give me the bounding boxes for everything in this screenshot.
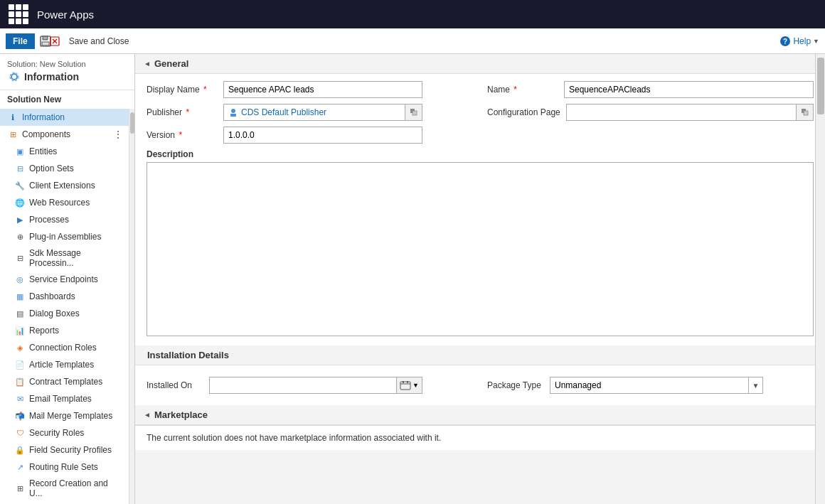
publisher-row: Publisher * CDS Default Publisher — [147, 104, 814, 121]
sdk-icon: ⊟ — [14, 252, 26, 264]
svg-rect-1 — [43, 36, 48, 40]
sidebar-item-dashboards[interactable]: ▦ Dashboards — [0, 288, 129, 305]
publisher-link[interactable]: CDS Default Publisher — [241, 107, 326, 117]
sidebar-scrollbar-thumb — [130, 112, 134, 134]
sidebar-item-entities[interactable]: ▣ Entities — [0, 143, 129, 160]
config-page-label: Configuration Page — [487, 107, 560, 117]
sidebar-item-contract[interactable]: 📋 Contract Templates — [0, 373, 129, 390]
publisher-group: Publisher * CDS Default Publisher — [147, 104, 473, 121]
sidebar-scroll: ℹ Information ⊞ Components ⋮ ▣ Entities … — [0, 109, 134, 504]
general-section-header[interactable]: ◄ General — [135, 54, 825, 74]
sidebar-item-security[interactable]: 🛡 Security Roles — [0, 424, 129, 441]
package-type-group: Package Type Unmanaged ▼ — [487, 377, 814, 394]
sidebar-item-field[interactable]: 🔒 Field Security Profiles — [0, 441, 129, 459]
svg-point-8 — [11, 74, 17, 80]
description-textarea[interactable] — [147, 162, 814, 336]
sidebar-item-mail[interactable]: 📬 Mail Merge Templates — [0, 407, 129, 424]
sidebar-item-routing[interactable]: ↗ Routing Rule Sets — [0, 459, 129, 476]
publisher-lookup-button[interactable] — [405, 104, 422, 121]
sidebar-item-service[interactable]: ◎ Service Endpoints — [0, 271, 129, 288]
sidebar-item-components[interactable]: ⊞ Components ⋮ — [0, 126, 129, 143]
marketplace-collapse-icon: ◄ — [144, 411, 151, 419]
svg-rect-16 — [400, 382, 410, 390]
svg-text:?: ? — [783, 38, 787, 45]
sidebar-item-dialog[interactable]: ▤ Dialog Boxes — [0, 305, 129, 322]
processes-icon: ▶ — [14, 214, 26, 225]
marketplace-section-title: Marketplace — [154, 409, 208, 420]
package-type-value: Unmanaged — [550, 380, 748, 390]
help-chevron-icon: ▼ — [813, 38, 819, 45]
content-scrollbar-thumb — [817, 58, 824, 114]
sidebar-item-sdk[interactable]: ⊟ Sdk Message Processin... — [0, 245, 129, 271]
sidebar-item-processes[interactable]: ▶ Processes — [0, 211, 129, 228]
content-area: ◄ General Display Name * Name — [135, 54, 825, 504]
sidebar-item-connection[interactable]: ◈ Connection Roles — [0, 339, 129, 356]
display-name-input[interactable] — [223, 81, 422, 98]
name-input[interactable] — [564, 81, 814, 98]
name-required: * — [513, 85, 517, 95]
svg-rect-11 — [230, 114, 236, 117]
reports-icon: 📊 — [14, 325, 26, 336]
sidebar-item-email[interactable]: ✉ Email Templates — [0, 390, 129, 407]
components-icon: ⊞ — [7, 129, 18, 140]
sidebar-item-information[interactable]: ℹ Information — [0, 109, 129, 126]
sidebar-item-option-sets[interactable]: ⊟ Option Sets — [0, 160, 129, 177]
entities-icon: ▣ — [14, 146, 26, 157]
version-input[interactable] — [223, 127, 422, 144]
security-icon: 🛡 — [14, 427, 26, 439]
main-layout: Solution: New Solution Information Solut… — [0, 54, 825, 504]
service-icon: ◎ — [14, 274, 26, 285]
config-lookup-button[interactable] — [797, 104, 814, 121]
web-resources-icon: 🌐 — [14, 197, 26, 208]
general-section-title: General — [154, 58, 188, 69]
solution-header: Solution: New Solution Information — [0, 54, 134, 90]
package-type-select[interactable]: Unmanaged ▼ — [550, 377, 763, 394]
svg-rect-2 — [42, 42, 49, 45]
components-dots-icon[interactable]: ⋮ — [113, 129, 123, 140]
sidebar-scrollbar[interactable] — [129, 109, 134, 504]
date-picker-button[interactable]: ▼ — [397, 377, 422, 394]
version-group: Version * — [147, 127, 814, 144]
calendar-icon — [400, 380, 411, 390]
svg-rect-19 — [407, 381, 408, 383]
connection-icon: ◈ — [14, 342, 26, 353]
app-grid-icon[interactable] — [9, 4, 28, 24]
sidebar: Solution: New Solution Information Solut… — [0, 54, 135, 504]
version-row: Version * — [147, 127, 814, 144]
sidebar-item-reports[interactable]: 📊 Reports — [0, 322, 129, 339]
save-and-close-button[interactable]: Save and Close — [65, 36, 134, 46]
installation-row: Installed On ▼ — [147, 372, 814, 398]
content-scrollbar[interactable] — [815, 54, 825, 504]
marketplace-section-header[interactable]: ◄ Marketplace — [135, 405, 825, 425]
name-group: Name * — [487, 81, 814, 98]
installation-section-header[interactable]: Installation Details — [135, 345, 825, 365]
package-chevron-icon: ▼ — [748, 377, 762, 394]
sidebar-item-client-extensions[interactable]: 🔧 Client Extensions — [0, 177, 129, 194]
sidebar-item-plugin[interactable]: ⊕ Plug-in Assemblies — [0, 228, 129, 245]
version-label: Version * — [147, 130, 218, 140]
publisher-icon — [228, 107, 238, 117]
contract-icon: 📋 — [14, 376, 26, 387]
svg-point-10 — [231, 109, 235, 113]
content-inner: ◄ General Display Name * Name — [135, 54, 825, 450]
package-type-label: Package Type — [487, 380, 544, 390]
sidebar-item-slas[interactable]: ⊟ SLAs — [0, 501, 129, 504]
help-icon: ? — [779, 36, 791, 47]
config-page-input[interactable] — [566, 104, 797, 121]
top-bar: Power Apps — [0, 0, 825, 28]
display-name-required: * — [203, 85, 207, 95]
sidebar-item-article[interactable]: 📄 Article Templates — [0, 356, 129, 373]
record-icon: ⊞ — [14, 483, 26, 494]
sidebar-item-record[interactable]: ⊞ Record Creation and U... — [0, 476, 129, 501]
installation-section-title: Installation Details — [147, 350, 229, 360]
installed-on-group: Installed On ▼ — [147, 377, 473, 394]
installed-on-input[interactable] — [209, 377, 397, 394]
file-button[interactable]: File — [6, 33, 35, 49]
plugin-icon: ⊕ — [14, 231, 26, 242]
display-name-label: Display Name * — [147, 85, 218, 95]
help-button[interactable]: ? Help ▼ — [779, 36, 819, 47]
publisher-required: * — [186, 107, 189, 117]
publisher-input-box[interactable]: CDS Default Publisher — [223, 104, 405, 121]
sidebar-item-web-resources[interactable]: 🌐 Web Resources — [0, 194, 129, 211]
solution-icon — [7, 70, 21, 84]
